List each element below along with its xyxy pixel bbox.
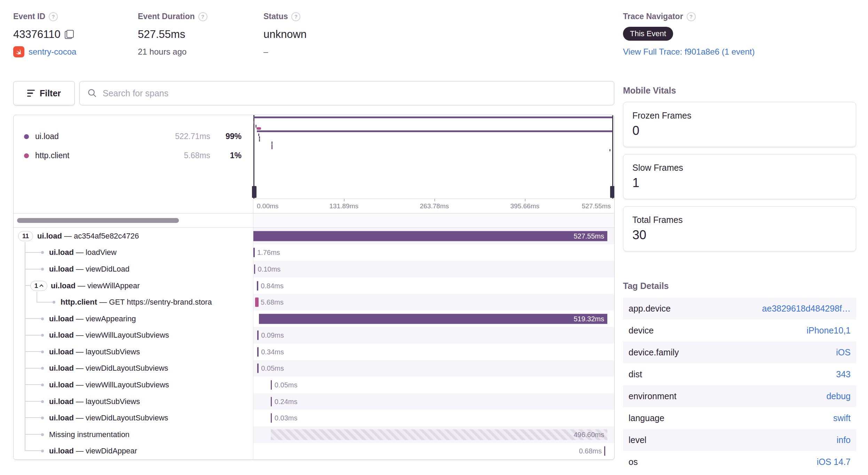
span-duration-bar[interactable]: 527.55ms bbox=[253, 231, 607, 241]
help-icon[interactable]: ? bbox=[687, 12, 696, 21]
span-title: ui.load — viewWillAppear bbox=[51, 281, 140, 290]
span-duration-tick[interactable] bbox=[254, 264, 255, 274]
span-row[interactable]: 1ui.load — viewWillAppear0.84ms bbox=[14, 277, 614, 294]
span-duration-tick[interactable] bbox=[255, 298, 259, 307]
span-tree-cell[interactable]: ui.load — viewDidLayoutSubviews bbox=[14, 410, 253, 426]
span-duration-bar[interactable]: 519.32ms bbox=[259, 314, 607, 324]
span-tree-cell[interactable]: ui.load — viewDidLayoutSubviews bbox=[14, 360, 253, 377]
span-duration-tick[interactable] bbox=[257, 281, 258, 290]
span-chart-cell[interactable]: 0.09ms bbox=[253, 327, 614, 344]
span-row[interactable]: ui.load — viewWillLayoutSubviews0.05ms bbox=[14, 377, 614, 393]
span-chart-cell[interactable]: 0.68ms bbox=[253, 443, 614, 460]
horizontal-scrollbar[interactable] bbox=[17, 218, 179, 223]
span-children-pill[interactable]: 11 bbox=[18, 231, 33, 241]
span-chart-cell[interactable]: 0.34ms bbox=[253, 344, 614, 360]
span-row[interactable]: ui.load — viewDidLayoutSubviews0.05ms bbox=[14, 360, 614, 377]
span-row[interactable]: ui.load — viewDidLoad0.10ms bbox=[14, 261, 614, 277]
span-bars-area: 0.34ms bbox=[253, 344, 607, 360]
span-chart-cell[interactable]: 527.55ms bbox=[253, 228, 614, 244]
span-chart-cell[interactable]: 519.32ms bbox=[253, 311, 614, 327]
span-title: ui.load — ac354af5e82c4726 bbox=[37, 232, 139, 241]
span-bars-area: 519.32ms bbox=[253, 311, 607, 327]
tag-value-link[interactable]: swift bbox=[664, 413, 851, 423]
span-chart-cell[interactable]: 496.60ms bbox=[253, 426, 614, 443]
span-chart-cell[interactable]: 0.03ms bbox=[253, 410, 614, 426]
span-chart-cell[interactable]: 5.68ms bbox=[253, 294, 614, 311]
span-chart-cell[interactable]: 0.24ms bbox=[253, 393, 614, 410]
status-subvalue: – bbox=[263, 47, 307, 57]
span-row[interactable]: ui.load — viewWillLayoutSubviews0.09ms bbox=[14, 327, 614, 344]
span-duration-tick[interactable] bbox=[257, 347, 259, 356]
search-input[interactable] bbox=[103, 88, 606, 98]
span-title: ui.load — viewDidLayoutSubviews bbox=[49, 364, 168, 373]
tag-value-link[interactable]: iOS bbox=[679, 347, 851, 357]
tag-value-link[interactable]: 343 bbox=[642, 369, 851, 379]
tag-row: device.familyiOS bbox=[623, 341, 856, 363]
span-search-box[interactable] bbox=[79, 81, 614, 105]
span-tree-cell[interactable]: ui.load — layoutSubViews bbox=[14, 393, 253, 410]
filter-button[interactable]: Filter bbox=[13, 81, 75, 105]
tag-value-link[interactable]: iPhone10,1 bbox=[654, 325, 851, 336]
span-row[interactable]: ui.load — viewDidAppear0.68ms bbox=[14, 443, 614, 460]
trace-minimap[interactable] bbox=[253, 115, 615, 199]
filter-icon bbox=[27, 90, 35, 97]
span-row[interactable]: ui.load — layoutSubViews0.24ms bbox=[14, 393, 614, 410]
span-duration-tick[interactable] bbox=[253, 248, 255, 257]
span-tree-cell[interactable]: ui.load — viewAppearing bbox=[14, 311, 253, 327]
span-tree-cell[interactable]: ui.load — viewDidAppear bbox=[14, 443, 253, 460]
legend-item: http.client5.68ms1% bbox=[14, 146, 253, 165]
copy-icon[interactable] bbox=[65, 30, 74, 39]
vital-value: 30 bbox=[632, 228, 847, 242]
span-chart-cell[interactable]: 0.05ms bbox=[253, 377, 614, 393]
span-row[interactable]: Missing instrumentation496.60ms bbox=[14, 426, 614, 443]
span-chart-cell[interactable]: 0.84ms bbox=[253, 277, 614, 294]
span-tree-cell[interactable]: ui.load — layoutSubViews bbox=[14, 344, 253, 360]
span-row[interactable]: ui.load — viewDidLayoutSubviews0.03ms bbox=[14, 410, 614, 426]
span-title: ui.load — viewWillLayoutSubviews bbox=[49, 380, 169, 389]
minimap-right-handle[interactable] bbox=[610, 186, 615, 198]
view-full-trace-link[interactable]: View Full Trace: f901a8e6 (1 event) bbox=[623, 47, 755, 56]
tag-key: dist bbox=[629, 369, 642, 379]
span-duration-tick[interactable] bbox=[271, 380, 272, 389]
span-tree-cell[interactable]: ui.load — viewWillLayoutSubviews bbox=[14, 377, 253, 393]
axis-tick-mark bbox=[525, 199, 526, 201]
span-children-pill[interactable]: 1 bbox=[30, 281, 47, 291]
span-tree-cell[interactable]: 1ui.load — viewWillAppear bbox=[14, 277, 253, 294]
span-row[interactable]: http.client — GET https://sentry-brand.s… bbox=[14, 294, 614, 311]
help-icon[interactable]: ? bbox=[49, 12, 58, 21]
help-icon[interactable]: ? bbox=[291, 12, 300, 21]
span-duration-tick[interactable] bbox=[604, 446, 606, 456]
span-tree-cell[interactable]: http.client — GET https://sentry-brand.s… bbox=[14, 294, 253, 311]
span-duration-label: 5.68ms bbox=[261, 298, 284, 306]
minimap-span-bar bbox=[257, 127, 261, 130]
minimap-span-bar bbox=[609, 149, 610, 151]
span-chart-cell[interactable]: 1.76ms bbox=[253, 244, 614, 261]
span-duration-tick[interactable] bbox=[257, 364, 259, 373]
span-title: ui.load — loadView bbox=[49, 248, 117, 257]
tag-value-link[interactable]: debug bbox=[677, 391, 851, 401]
missing-instrumentation-bar[interactable]: 496.60ms bbox=[271, 429, 607, 440]
span-node-dot bbox=[41, 450, 44, 452]
tag-value-link[interactable]: ae3829618d484298f… bbox=[671, 304, 851, 314]
span-row[interactable]: ui.load — viewAppearing519.32ms bbox=[14, 311, 614, 327]
span-tree-cell[interactable]: Missing instrumentation bbox=[14, 426, 253, 443]
span-chart-cell[interactable]: 0.05ms bbox=[253, 360, 614, 377]
tag-value-link[interactable]: iOS 14.7 bbox=[638, 457, 851, 467]
span-tree-cell[interactable]: ui.load — viewWillLayoutSubviews bbox=[14, 327, 253, 344]
span-row[interactable]: ui.load — loadView1.76ms bbox=[14, 244, 614, 261]
span-duration-tick[interactable] bbox=[271, 413, 272, 423]
project-link[interactable]: sentry-cocoa bbox=[29, 47, 76, 57]
span-tree-cell[interactable]: ui.load — loadView bbox=[14, 244, 253, 261]
span-duration-tick[interactable] bbox=[257, 331, 259, 340]
legend-duration: 522.71ms bbox=[158, 132, 210, 141]
span-tree-cell[interactable]: 11ui.load — ac354af5e82c4726 bbox=[14, 228, 253, 244]
span-row[interactable]: 11ui.load — ac354af5e82c4726527.55ms bbox=[14, 228, 614, 244]
span-chart-cell[interactable]: 0.10ms bbox=[253, 261, 614, 277]
minimap-left-handle[interactable] bbox=[252, 186, 257, 198]
span-tree-cell[interactable]: ui.load — viewDidLoad bbox=[14, 261, 253, 277]
span-row[interactable]: ui.load — layoutSubViews0.34ms bbox=[14, 344, 614, 360]
this-event-badge[interactable]: This Event bbox=[623, 27, 673, 41]
span-duration-tick[interactable] bbox=[271, 397, 272, 406]
tag-value-link[interactable]: info bbox=[646, 435, 851, 445]
help-icon[interactable]: ? bbox=[198, 12, 207, 21]
